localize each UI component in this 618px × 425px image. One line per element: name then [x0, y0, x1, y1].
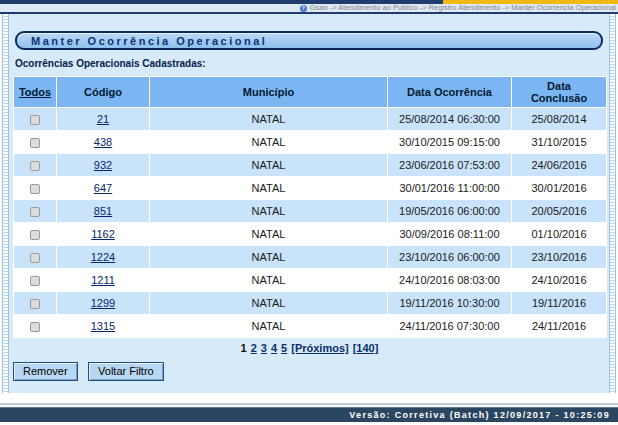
data-conclusao-cell: 25/08/2014: [512, 108, 607, 131]
row-checkbox[interactable]: [30, 322, 40, 332]
municipio-cell: NATAL: [150, 292, 388, 315]
codigo-cell: 1211: [57, 269, 150, 292]
data-conclusao-cell: 31/10/2015: [512, 131, 607, 154]
row-checkbox[interactable]: [30, 276, 40, 286]
municipio-cell: NATAL: [150, 108, 388, 131]
row-checkbox[interactable]: [30, 161, 40, 171]
codigo-cell: 647: [57, 177, 150, 200]
data-conclusao-cell: 19/11/2016: [512, 292, 607, 315]
table-row: 1162NATAL30/09/2016 08:11:0001/10/2016: [14, 223, 607, 246]
table-row: 1315NATAL24/11/2016 07:30:0024/11/2016: [14, 315, 607, 338]
row-checkbox[interactable]: [30, 138, 40, 148]
row-checkbox[interactable]: [30, 253, 40, 263]
table-row: 1224NATAL23/10/2016 06:00:0023/10/2016: [14, 246, 607, 269]
data-ocorrencia-cell: 19/05/2016 06:00:00: [388, 200, 512, 223]
municipio-cell: NATAL: [150, 246, 388, 269]
codigo-link[interactable]: 932: [94, 159, 112, 171]
footer-bar: Versão: Corretiva (Batch) 12/09/2017 - 1…: [0, 407, 618, 422]
header-municipio: Município: [150, 77, 388, 108]
row-select-cell: [14, 200, 57, 223]
header-todos: Todos: [14, 77, 57, 108]
pagination-current-page: 1: [241, 342, 247, 354]
row-checkbox[interactable]: [30, 299, 40, 309]
row-checkbox[interactable]: [30, 184, 40, 194]
section-label: Ocorrências Operacionais Cadastradas:: [15, 58, 605, 69]
data-ocorrencia-cell: 24/11/2016 07:30:00: [388, 315, 512, 338]
table-header-row: Todos Código Município Data Ocorrência D…: [14, 77, 607, 108]
header-codigo: Código: [57, 77, 150, 108]
municipio-cell: NATAL: [150, 223, 388, 246]
municipio-cell: NATAL: [150, 154, 388, 177]
occurrence-table-body: 21NATAL25/08/2014 06:30:0025/08/2014438N…: [14, 108, 607, 338]
row-select-cell: [14, 154, 57, 177]
codigo-cell: 851: [57, 200, 150, 223]
page-title: Manter Ocorrência Operacional: [31, 35, 267, 47]
data-conclusao-cell: 23/10/2016: [512, 246, 607, 269]
header-data-conclusao: Data Conclusão: [512, 77, 607, 108]
municipio-cell: NATAL: [150, 200, 388, 223]
left-decorative-border: [2, 14, 9, 393]
table-row: 1299NATAL19/11/2016 10:30:0019/11/2016: [14, 292, 607, 315]
row-select-cell: [14, 223, 57, 246]
codigo-cell: 1315: [57, 315, 150, 338]
codigo-link[interactable]: 647: [94, 182, 112, 194]
help-icon[interactable]: ?: [300, 5, 307, 12]
table-row: 21NATAL25/08/2014 06:30:0025/08/2014: [14, 108, 607, 131]
row-checkbox[interactable]: [30, 230, 40, 240]
pagination-page-link[interactable]: 3: [261, 342, 267, 354]
pagination-page-link[interactable]: 5: [281, 342, 287, 354]
codigo-link[interactable]: 21: [97, 113, 109, 125]
table-row: 647NATAL30/01/2016 11:00:0030/01/2016: [14, 177, 607, 200]
data-conclusao-cell: 30/01/2016: [512, 177, 607, 200]
remover-button[interactable]: Remover: [13, 362, 78, 381]
codigo-link[interactable]: 851: [94, 205, 112, 217]
version-label: Versão: Corretiva (Batch) 12/09/2017 - 1…: [349, 410, 610, 420]
codigo-link[interactable]: 1315: [91, 320, 115, 332]
codigo-cell: 1162: [57, 223, 150, 246]
breadcrumb: Gsan -> Atendimento ao Publico -> Regist…: [310, 4, 616, 12]
row-checkbox[interactable]: [30, 207, 40, 217]
data-conclusao-cell: 01/10/2016: [512, 223, 607, 246]
row-checkbox[interactable]: [30, 115, 40, 125]
codigo-cell: 21: [57, 108, 150, 131]
table-row: 932NATAL23/06/2016 07:53:0024/06/2016: [14, 154, 607, 177]
breadcrumb-bar: ? Gsan -> Atendimento ao Publico -> Regi…: [0, 4, 618, 12]
top-yellow-strip: [443, 0, 618, 4]
footer-divider: [0, 403, 618, 405]
codigo-link[interactable]: 1299: [91, 297, 115, 309]
data-ocorrencia-cell: 30/09/2016 08:11:00: [388, 223, 512, 246]
occurrences-table: Todos Código Município Data Ocorrência D…: [13, 76, 607, 338]
codigo-link[interactable]: 1224: [91, 251, 115, 263]
pagination-pages: 2345: [249, 342, 290, 354]
pagination-page-link[interactable]: 4: [271, 342, 277, 354]
top-navy-bar: [0, 0, 618, 4]
municipio-cell: NATAL: [150, 177, 388, 200]
municipio-cell: NATAL: [150, 269, 388, 292]
pagination: 12345[Próximos][140]: [13, 342, 606, 354]
gsan-window: ? Gsan -> Atendimento ao Publico -> Regi…: [0, 0, 618, 425]
codigo-link[interactable]: 1211: [91, 274, 115, 286]
data-conclusao-cell: 24/10/2016: [512, 269, 607, 292]
municipio-cell: NATAL: [150, 131, 388, 154]
voltar-filtro-button[interactable]: Voltar Filtro: [88, 362, 164, 381]
data-conclusao-cell: 24/11/2016: [512, 315, 607, 338]
data-conclusao-cell: 24/06/2016: [512, 154, 607, 177]
button-row: Remover Voltar Filtro: [13, 361, 605, 381]
header-data-ocorrencia: Data Ocorrência: [388, 77, 512, 108]
row-select-cell: [14, 269, 57, 292]
data-ocorrencia-cell: 30/10/2015 09:15:00: [388, 131, 512, 154]
pagination-proximos-link[interactable]: [Próximos]: [291, 342, 348, 354]
codigo-cell: 1224: [57, 246, 150, 269]
codigo-link[interactable]: 1162: [91, 228, 115, 240]
todos-select-all-link[interactable]: Todos: [19, 86, 51, 98]
municipio-cell: NATAL: [150, 315, 388, 338]
row-select-cell: [14, 292, 57, 315]
data-ocorrencia-cell: 23/06/2016 07:53:00: [388, 154, 512, 177]
codigo-link[interactable]: 438: [94, 136, 112, 148]
row-select-cell: [14, 177, 57, 200]
table-row: 1211NATAL24/10/2016 08:03:0024/10/2016: [14, 269, 607, 292]
data-conclusao-cell: 20/05/2016: [512, 200, 607, 223]
pagination-total-link[interactable]: [140]: [353, 342, 379, 354]
table-row: 438NATAL30/10/2015 09:15:0031/10/2015: [14, 131, 607, 154]
pagination-page-link[interactable]: 2: [251, 342, 257, 354]
